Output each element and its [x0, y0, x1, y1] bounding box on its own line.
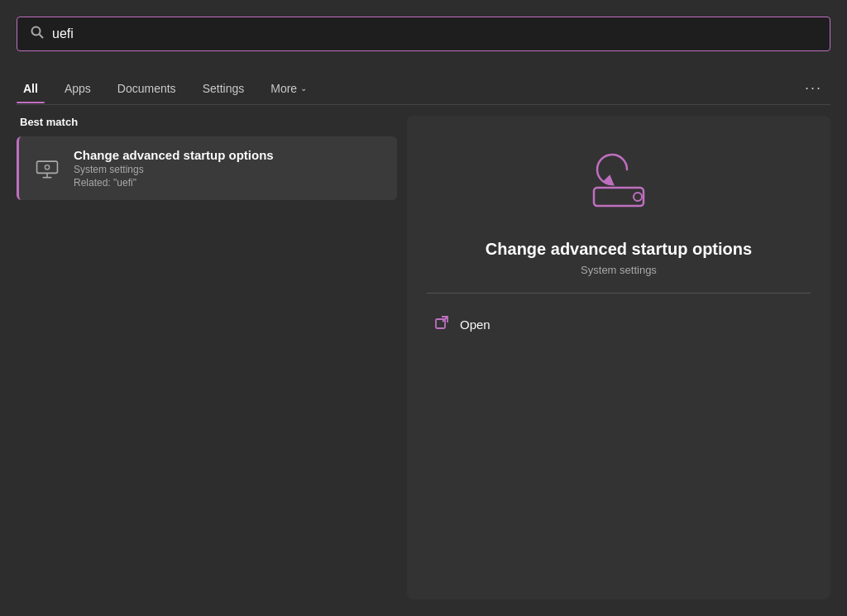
tab-apps[interactable]: Apps — [51, 75, 104, 102]
result-item-title: Change advanced startup options — [74, 148, 384, 162]
open-label: Open — [460, 318, 490, 332]
svg-point-8 — [634, 193, 642, 201]
svg-rect-2 — [37, 161, 58, 173]
svg-point-0 — [32, 27, 41, 36]
search-box — [17, 17, 830, 51]
tab-divider — [17, 104, 830, 105]
tab-all[interactable]: All — [17, 75, 51, 102]
svg-rect-6 — [594, 188, 644, 206]
result-item-best-match[interactable]: Change advanced startup options System s… — [17, 136, 397, 200]
result-item-text: Change advanced startup options System s… — [74, 148, 384, 189]
filter-tabs: All Apps Documents Settings More ⌄ ··· — [17, 74, 830, 102]
tab-documents[interactable]: Documents — [104, 75, 189, 102]
detail-actions: Open — [427, 307, 811, 341]
detail-divider — [427, 293, 811, 294]
search-container — [17, 17, 830, 51]
svg-line-1 — [40, 35, 44, 39]
result-item-related: Related: "uefi" — [74, 177, 384, 189]
best-match-label: Best match — [17, 116, 397, 128]
right-panel: Change advanced startup options System s… — [407, 116, 830, 599]
chevron-down-icon: ⌄ — [300, 84, 307, 93]
detail-large-icon — [581, 145, 656, 219]
search-icon — [31, 26, 44, 42]
search-input[interactable] — [52, 26, 816, 41]
result-item-icon — [32, 154, 62, 184]
tab-more[interactable]: More ⌄ — [257, 75, 320, 102]
main-content: Best match Change advanced startup optio… — [17, 116, 830, 599]
detail-subtitle: System settings — [581, 264, 657, 276]
open-icon — [433, 315, 450, 333]
svg-point-5 — [45, 165, 49, 169]
left-panel: Best match Change advanced startup optio… — [17, 116, 397, 599]
detail-title: Change advanced startup options — [486, 240, 752, 259]
more-options-button[interactable]: ··· — [797, 74, 830, 102]
open-action[interactable]: Open — [427, 307, 811, 341]
detail-icon-area — [577, 141, 660, 223]
result-item-subtitle: System settings — [74, 164, 384, 175]
tab-settings[interactable]: Settings — [189, 75, 258, 102]
